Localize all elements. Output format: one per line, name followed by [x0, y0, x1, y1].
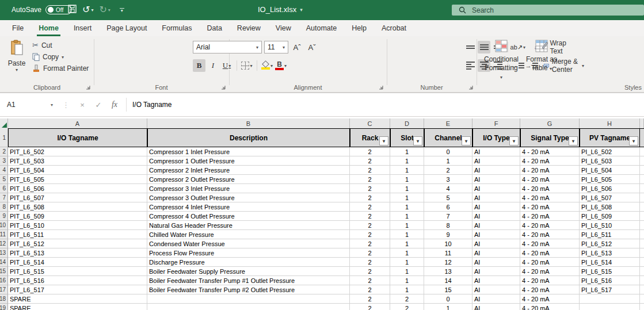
cell-G2[interactable]: 4 - 20 mA: [520, 147, 580, 156]
customize-toolbar-icon[interactable]: ▾: [120, 8, 124, 12]
cell-H6[interactable]: PI_L6_506: [580, 184, 640, 193]
cell-C9[interactable]: 2: [350, 212, 390, 221]
cell-A9[interactable]: PIT_L6_509: [8, 212, 147, 221]
column-header-G[interactable]: G: [520, 118, 580, 128]
cell-F17[interactable]: AI: [472, 285, 520, 294]
cell-A19[interactable]: SPARE: [8, 304, 147, 310]
cell-G14[interactable]: 4 - 20 mA: [520, 258, 580, 267]
cell-B4[interactable]: Compressor 2 Inlet Pressure: [147, 166, 350, 175]
cell-D11[interactable]: 1: [390, 230, 424, 239]
cell-F9[interactable]: AI: [472, 212, 520, 221]
cell-C4[interactable]: 2: [350, 166, 390, 175]
cell-B19[interactable]: [147, 304, 350, 310]
cell-B5[interactable]: Compressor 2 Outlet Pressure: [147, 175, 350, 184]
cell-A10[interactable]: PIT_L6_510: [8, 221, 147, 230]
tab-insert[interactable]: Insert: [66, 20, 99, 36]
cell-A18[interactable]: SPARE: [8, 294, 147, 304]
cell-B15[interactable]: Boiler Feedwater Supply Pressure: [147, 267, 350, 276]
cell-B16[interactable]: Boiler Feedwater Transfer Pump #1 Outlet…: [147, 276, 350, 285]
cell-C16[interactable]: 2: [350, 276, 390, 285]
cell-G19[interactable]: 4 - 20 mA: [520, 304, 580, 310]
italic-button[interactable]: I: [207, 59, 219, 72]
cell-G18[interactable]: 4 - 20 mA: [520, 294, 580, 304]
cell-E10[interactable]: 8: [424, 221, 472, 230]
cell-F11[interactable]: AI: [472, 230, 520, 239]
header-cell-B1[interactable]: Description: [147, 128, 350, 147]
cell-F10[interactable]: AI: [472, 221, 520, 230]
row-header-14[interactable]: 14: [0, 258, 8, 267]
cell-C19[interactable]: 2: [350, 304, 390, 310]
cell-B9[interactable]: Compressor 4 Outlet Pressure: [147, 212, 350, 221]
cell-G12[interactable]: 4 - 20 mA: [520, 239, 580, 248]
cell-A16[interactable]: PIT_L6_516: [8, 276, 147, 285]
row-header-3[interactable]: 3: [0, 156, 8, 166]
cell-C11[interactable]: 2: [350, 230, 390, 239]
conditional-formatting-button[interactable]: Conditional Formatting ▾: [483, 40, 519, 82]
cell-C14[interactable]: 2: [350, 258, 390, 267]
paste-button[interactable]: Paste ▾: [5, 40, 29, 85]
name-box[interactable]: A1 ▾: [0, 93, 58, 116]
cell-E18[interactable]: 0: [424, 294, 472, 304]
column-header-C[interactable]: C: [350, 118, 390, 128]
row-header-12[interactable]: 12: [0, 239, 8, 248]
cell-F5[interactable]: AI: [472, 175, 520, 184]
cell-D13[interactable]: 1: [390, 248, 424, 258]
cell-F2[interactable]: AI: [472, 147, 520, 156]
column-header-E[interactable]: E: [424, 118, 472, 128]
cell-H13[interactable]: PI_L6_513: [580, 248, 640, 258]
cell-F7[interactable]: AI: [472, 193, 520, 202]
cell-E6[interactable]: 4: [424, 184, 472, 193]
cell-B11[interactable]: Chilled Water Pressure: [147, 230, 350, 239]
cell-G16[interactable]: 4 - 20 mA: [520, 276, 580, 285]
cell-H2[interactable]: PI_L6_502: [580, 147, 640, 156]
cell-H10[interactable]: PI_L6_510: [580, 221, 640, 230]
cell-G15[interactable]: 4 - 20 mA: [520, 267, 580, 276]
header-cell-C1[interactable]: Rack▾: [350, 128, 390, 147]
row-header-1[interactable]: 1: [0, 128, 8, 147]
cell-E7[interactable]: 5: [424, 193, 472, 202]
insert-function-button[interactable]: fx: [106, 100, 123, 109]
cell-B2[interactable]: Compressor 1 Inlet Pressure: [147, 147, 350, 156]
cell-B10[interactable]: Natural Gas Header Pressure: [147, 221, 350, 230]
header-cell-G1[interactable]: Signal Type▾: [520, 128, 580, 147]
cell-B8[interactable]: Compressor 4 Inlet Pressure: [147, 202, 350, 212]
cell-F6[interactable]: AI: [472, 184, 520, 193]
row-header-17[interactable]: 17: [0, 285, 8, 294]
column-header-F[interactable]: F: [472, 118, 520, 128]
cell-D17[interactable]: 1: [390, 285, 424, 294]
header-cell-E1[interactable]: Channel▾: [424, 128, 472, 147]
cell-A4[interactable]: PIT_L6_504: [8, 166, 147, 175]
cell-B13[interactable]: Process Flow Pressure: [147, 248, 350, 258]
cell-E5[interactable]: 3: [424, 175, 472, 184]
cell-F8[interactable]: AI: [472, 202, 520, 212]
tab-home[interactable]: Home: [31, 20, 66, 36]
column-header-A[interactable]: A: [8, 118, 147, 128]
cell-G11[interactable]: 4 - 20 mA: [520, 230, 580, 239]
cut-button[interactable]: ✂ Cut: [32, 41, 89, 49]
cell-H12[interactable]: PI_L6_512: [580, 239, 640, 248]
cell-A7[interactable]: PIT_L6_507: [8, 193, 147, 202]
cell-H18[interactable]: [580, 294, 640, 304]
row-header-2[interactable]: 2: [0, 147, 8, 156]
cell-E11[interactable]: 9: [424, 230, 472, 239]
cell-H11[interactable]: PI_L6_511: [580, 230, 640, 239]
cell-F14[interactable]: AI: [472, 258, 520, 267]
cell-A2[interactable]: PIT_L6_502: [8, 147, 147, 156]
cell-D4[interactable]: 1: [390, 166, 424, 175]
header-cell-D1[interactable]: Slot▾: [390, 128, 424, 147]
cell-E17[interactable]: 15: [424, 285, 472, 294]
alignment-dialog-launcher-icon[interactable]: [378, 85, 384, 90]
cell-C7[interactable]: 2: [350, 193, 390, 202]
cell-E15[interactable]: 13: [424, 267, 472, 276]
row-header-9[interactable]: 9: [0, 212, 8, 221]
cell-D2[interactable]: 1: [390, 147, 424, 156]
cell-C12[interactable]: 2: [350, 239, 390, 248]
cell-E8[interactable]: 6: [424, 202, 472, 212]
cell-E13[interactable]: 11: [424, 248, 472, 258]
cell-G3[interactable]: 4 - 20 mA: [520, 156, 580, 166]
cell-A13[interactable]: PIT_L6_513: [8, 248, 147, 258]
cell-C18[interactable]: 2: [350, 294, 390, 304]
cell-H17[interactable]: PI_L6_517: [580, 285, 640, 294]
column-header-D[interactable]: D: [390, 118, 424, 128]
tab-acrobat[interactable]: Acrobat: [374, 20, 414, 36]
